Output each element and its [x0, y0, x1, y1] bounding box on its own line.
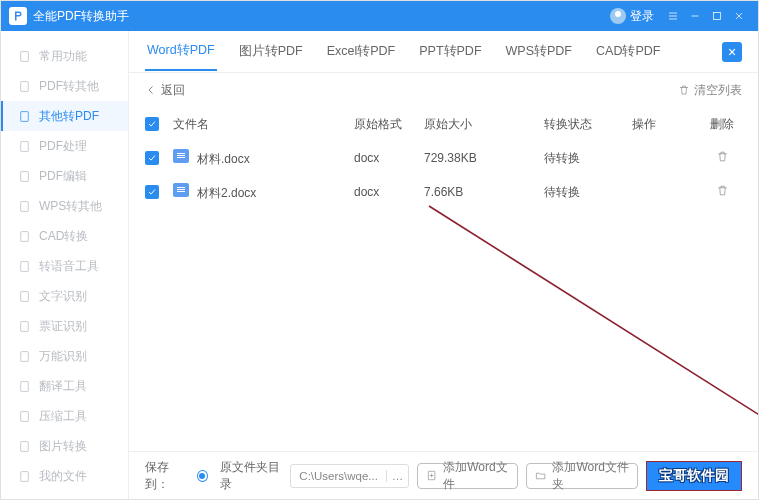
doc-icon: [17, 139, 31, 153]
sidebar-item-4[interactable]: PDF编辑: [1, 161, 128, 191]
convert-label: 宝哥软件园: [659, 467, 729, 485]
sidebar-item-label: 图片转换: [39, 438, 87, 455]
tab-1[interactable]: 图片转PDF: [237, 33, 305, 70]
add-file-button[interactable]: 添加Word文件: [417, 463, 518, 489]
path-selector[interactable]: C:\Users\wqe... …: [290, 464, 409, 488]
doc-icon: [17, 259, 31, 273]
cell-size: 729.38KB: [424, 151, 544, 165]
svg-rect-2: [20, 81, 28, 91]
sidebar-item-label: 翻译工具: [39, 378, 87, 395]
word-file-icon: [173, 183, 189, 197]
sidebar-item-10[interactable]: 万能识别: [1, 341, 128, 371]
tab-3[interactable]: PPT转PDF: [417, 33, 483, 70]
select-all-checkbox[interactable]: [145, 117, 159, 131]
table-header: 文件名 原始格式 原始大小 转换状态 操作 删除: [129, 107, 758, 141]
add-folder-button[interactable]: 添加Word文件夹: [526, 463, 638, 489]
cell-size: 7.66KB: [424, 185, 544, 199]
doc-icon: [17, 289, 31, 303]
minimize-button[interactable]: [684, 5, 706, 27]
save-original-folder-label: 原文件夹目录: [220, 459, 283, 493]
sidebar-item-5[interactable]: WPS转其他: [1, 191, 128, 221]
sidebar-item-13[interactable]: 图片转换: [1, 431, 128, 461]
trash-icon: [678, 84, 690, 96]
sidebar-item-1[interactable]: PDF转其他: [1, 71, 128, 101]
svg-rect-13: [20, 411, 28, 421]
action-bar: 返回 清空列表: [129, 73, 758, 107]
row-delete-button[interactable]: [702, 150, 742, 163]
table-body: 材料.docxdocx729.38KB待转换材料2.docxdocx7.66KB…: [129, 141, 758, 209]
row-checkbox[interactable]: [145, 185, 159, 199]
sidebar-item-7[interactable]: 转语音工具: [1, 251, 128, 281]
menu-button[interactable]: [662, 5, 684, 27]
cell-name: 材料2.docx: [173, 183, 354, 202]
svg-rect-5: [20, 171, 28, 181]
convert-button[interactable]: 宝哥软件园: [646, 461, 742, 491]
path-more-button[interactable]: …: [386, 470, 408, 482]
sidebar-item-3[interactable]: PDF处理: [1, 131, 128, 161]
doc-icon: [17, 469, 31, 483]
main-panel: Word转PDF图片转PDFExcel转PDFPPT转PDFWPS转PDFCAD…: [129, 31, 758, 499]
sidebar-item-label: CAD转换: [39, 228, 88, 245]
row-checkbox[interactable]: [145, 151, 159, 165]
sidebar-item-11[interactable]: 翻译工具: [1, 371, 128, 401]
word-file-icon: [173, 149, 189, 163]
doc-icon: [17, 79, 31, 93]
sidebar-item-label: 压缩工具: [39, 408, 87, 425]
titlebar: 全能PDF转换助手 登录: [1, 1, 758, 31]
doc-icon: [17, 109, 31, 123]
sidebar-item-label: 文字识别: [39, 288, 87, 305]
doc-icon: [17, 199, 31, 213]
svg-rect-15: [20, 471, 28, 481]
table-row: 材料2.docxdocx7.66KB待转换: [129, 175, 758, 209]
tab-2[interactable]: Excel转PDF: [325, 33, 398, 70]
col-name: 文件名: [173, 116, 354, 133]
svg-rect-4: [20, 141, 28, 151]
back-label: 返回: [161, 82, 185, 99]
doc-icon: [17, 409, 31, 423]
app-title: 全能PDF转换助手: [33, 8, 129, 25]
back-button[interactable]: 返回: [145, 82, 185, 99]
doc-icon: [17, 49, 31, 63]
tab-0[interactable]: Word转PDF: [145, 32, 217, 71]
col-format: 原始格式: [354, 116, 424, 133]
sidebar-item-14[interactable]: 我的文件: [1, 461, 128, 491]
cell-name: 材料.docx: [173, 149, 354, 168]
col-op: 操作: [632, 116, 702, 133]
svg-rect-1: [20, 51, 28, 61]
tab-4[interactable]: WPS转PDF: [504, 33, 574, 70]
col-size: 原始大小: [424, 116, 544, 133]
clear-list-button[interactable]: 清空列表: [678, 82, 742, 99]
col-status: 转换状态: [544, 116, 632, 133]
sidebar-item-label: WPS转其他: [39, 198, 102, 215]
tab-5[interactable]: CAD转PDF: [594, 33, 662, 70]
save-original-folder-radio[interactable]: [197, 470, 208, 482]
svg-rect-3: [20, 111, 28, 121]
doc-icon: [17, 439, 31, 453]
sidebar-item-2[interactable]: 其他转PDF: [1, 101, 128, 131]
sidebar-item-8[interactable]: 文字识别: [1, 281, 128, 311]
doc-icon: [17, 319, 31, 333]
login-link[interactable]: 登录: [610, 8, 654, 25]
doc-icon: [17, 379, 31, 393]
svg-rect-14: [20, 441, 28, 451]
cell-format: docx: [354, 185, 424, 199]
svg-rect-9: [20, 291, 28, 301]
sidebar: 常用功能PDF转其他其他转PDFPDF处理PDF编辑WPS转其他CAD转换转语音…: [1, 31, 129, 499]
footer: 保存到： 原文件夹目录 C:\Users\wqe... … 添加Word文件 添…: [129, 451, 758, 499]
sidebar-item-label: 我的文件: [39, 468, 87, 485]
login-label: 登录: [630, 8, 654, 25]
close-button[interactable]: [728, 5, 750, 27]
sidebar-item-6[interactable]: CAD转换: [1, 221, 128, 251]
add-file-label: 添加Word文件: [443, 459, 509, 493]
sidebar-item-9[interactable]: 票证识别: [1, 311, 128, 341]
chevron-left-icon: [145, 84, 157, 96]
maximize-button[interactable]: [706, 5, 728, 27]
sidebar-item-12[interactable]: 压缩工具: [1, 401, 128, 431]
row-delete-button[interactable]: [702, 184, 742, 197]
tab-close-button[interactable]: ×: [722, 42, 742, 62]
svg-rect-8: [20, 261, 28, 271]
sidebar-item-label: PDF编辑: [39, 168, 87, 185]
sidebar-item-label: 票证识别: [39, 318, 87, 335]
add-folder-label: 添加Word文件夹: [552, 459, 628, 493]
sidebar-item-0[interactable]: 常用功能: [1, 41, 128, 71]
